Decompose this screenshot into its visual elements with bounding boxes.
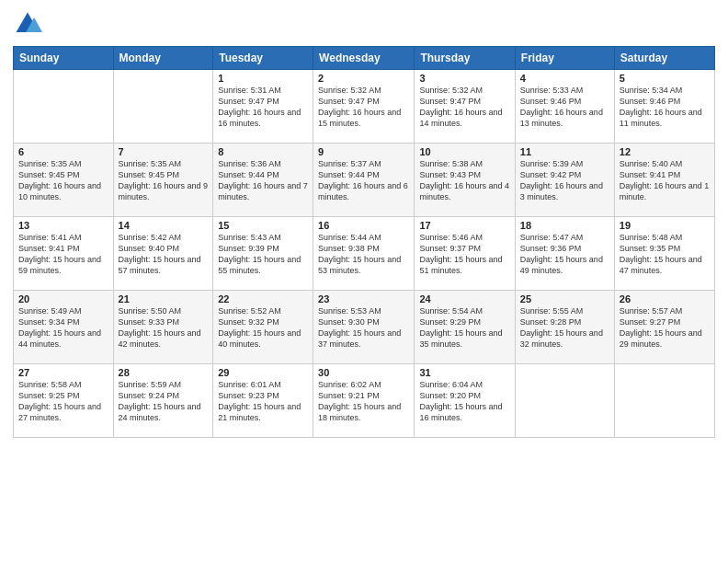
day-number: 12	[620, 146, 710, 157]
calendar-cell: 29Sunrise: 6:01 AM Sunset: 9:23 PM Dayli…	[213, 364, 313, 438]
week-row-2: 6Sunrise: 5:35 AM Sunset: 9:45 PM Daylig…	[14, 144, 715, 217]
week-row-3: 13Sunrise: 5:41 AM Sunset: 9:41 PM Dayli…	[14, 217, 715, 291]
calendar: SundayMondayTuesdayWednesdayThursdayFrid…	[13, 46, 715, 438]
day-info: Sunrise: 5:48 AM Sunset: 9:35 PM Dayligh…	[620, 232, 710, 277]
weekday-sunday: Sunday	[14, 47, 114, 70]
day-number: 5	[620, 73, 710, 84]
day-info: Sunrise: 5:39 AM Sunset: 9:42 PM Dayligh…	[520, 158, 609, 203]
day-number: 9	[318, 146, 409, 157]
day-info: Sunrise: 6:01 AM Sunset: 9:23 PM Dayligh…	[218, 379, 308, 424]
day-info: Sunrise: 5:34 AM Sunset: 9:46 PM Dayligh…	[620, 85, 710, 130]
day-info: Sunrise: 5:35 AM Sunset: 9:45 PM Dayligh…	[18, 158, 108, 203]
calendar-cell: 4Sunrise: 5:33 AM Sunset: 9:46 PM Daylig…	[515, 70, 614, 144]
calendar-cell: 27Sunrise: 5:58 AM Sunset: 9:25 PM Dayli…	[14, 364, 114, 438]
day-number: 30	[318, 367, 409, 378]
day-info: Sunrise: 5:55 AM Sunset: 9:28 PM Dayligh…	[520, 305, 609, 350]
day-number: 8	[218, 146, 308, 157]
calendar-cell	[113, 70, 213, 144]
day-number: 3	[419, 73, 509, 84]
day-info: Sunrise: 5:52 AM Sunset: 9:32 PM Dayligh…	[218, 305, 308, 350]
day-info: Sunrise: 5:37 AM Sunset: 9:44 PM Dayligh…	[318, 158, 409, 203]
day-number: 1	[218, 73, 308, 84]
calendar-cell: 9Sunrise: 5:37 AM Sunset: 9:44 PM Daylig…	[313, 144, 415, 217]
logo-icon	[13, 9, 42, 39]
weekday-monday: Monday	[113, 47, 213, 70]
day-info: Sunrise: 5:32 AM Sunset: 9:47 PM Dayligh…	[419, 85, 509, 130]
day-info: Sunrise: 5:35 AM Sunset: 9:45 PM Dayligh…	[119, 158, 209, 203]
calendar-cell: 6Sunrise: 5:35 AM Sunset: 9:45 PM Daylig…	[14, 144, 114, 217]
day-number: 21	[119, 293, 209, 304]
weekday-header-row: SundayMondayTuesdayWednesdayThursdayFrid…	[14, 47, 715, 70]
day-info: Sunrise: 5:49 AM Sunset: 9:34 PM Dayligh…	[18, 305, 108, 350]
day-number: 31	[419, 367, 509, 378]
day-number: 2	[318, 73, 409, 84]
calendar-cell: 8Sunrise: 5:36 AM Sunset: 9:44 PM Daylig…	[213, 144, 313, 217]
weekday-wednesday: Wednesday	[313, 47, 415, 70]
day-number: 15	[218, 220, 308, 231]
calendar-cell: 24Sunrise: 5:54 AM Sunset: 9:29 PM Dayli…	[415, 291, 515, 364]
day-info: Sunrise: 6:02 AM Sunset: 9:21 PM Dayligh…	[318, 379, 409, 424]
day-number: 13	[18, 220, 108, 231]
day-number: 19	[620, 220, 710, 231]
day-info: Sunrise: 5:31 AM Sunset: 9:47 PM Dayligh…	[218, 85, 308, 130]
day-number: 16	[318, 220, 409, 231]
day-number: 7	[119, 146, 209, 157]
calendar-cell: 14Sunrise: 5:42 AM Sunset: 9:40 PM Dayli…	[113, 217, 213, 291]
calendar-cell: 7Sunrise: 5:35 AM Sunset: 9:45 PM Daylig…	[113, 144, 213, 217]
week-row-1: 1Sunrise: 5:31 AM Sunset: 9:47 PM Daylig…	[14, 70, 715, 144]
day-number: 18	[520, 220, 609, 231]
calendar-cell: 10Sunrise: 5:38 AM Sunset: 9:43 PM Dayli…	[415, 144, 515, 217]
calendar-cell: 31Sunrise: 6:04 AM Sunset: 9:20 PM Dayli…	[415, 364, 515, 438]
day-info: Sunrise: 5:44 AM Sunset: 9:38 PM Dayligh…	[318, 232, 409, 277]
day-info: Sunrise: 5:50 AM Sunset: 9:33 PM Dayligh…	[119, 305, 209, 350]
calendar-cell: 11Sunrise: 5:39 AM Sunset: 9:42 PM Dayli…	[515, 144, 614, 217]
day-info: Sunrise: 5:41 AM Sunset: 9:41 PM Dayligh…	[18, 232, 108, 277]
day-info: Sunrise: 5:53 AM Sunset: 9:30 PM Dayligh…	[318, 305, 409, 350]
calendar-cell: 25Sunrise: 5:55 AM Sunset: 9:28 PM Dayli…	[515, 291, 614, 364]
calendar-cell: 23Sunrise: 5:53 AM Sunset: 9:30 PM Dayli…	[313, 291, 415, 364]
day-info: Sunrise: 6:04 AM Sunset: 9:20 PM Dayligh…	[419, 379, 509, 424]
calendar-cell: 17Sunrise: 5:46 AM Sunset: 9:37 PM Dayli…	[415, 217, 515, 291]
day-number: 24	[419, 293, 509, 304]
logo	[13, 9, 46, 39]
day-number: 28	[119, 367, 209, 378]
day-info: Sunrise: 5:32 AM Sunset: 9:47 PM Dayligh…	[318, 85, 409, 130]
calendar-cell: 30Sunrise: 6:02 AM Sunset: 9:21 PM Dayli…	[313, 364, 415, 438]
day-number: 20	[18, 293, 108, 304]
calendar-cell: 18Sunrise: 5:47 AM Sunset: 9:36 PM Dayli…	[515, 217, 614, 291]
day-number: 10	[419, 146, 509, 157]
calendar-cell: 5Sunrise: 5:34 AM Sunset: 9:46 PM Daylig…	[614, 70, 714, 144]
day-number: 17	[419, 220, 509, 231]
calendar-cell: 3Sunrise: 5:32 AM Sunset: 9:47 PM Daylig…	[415, 70, 515, 144]
day-info: Sunrise: 5:58 AM Sunset: 9:25 PM Dayligh…	[18, 379, 108, 424]
calendar-cell: 26Sunrise: 5:57 AM Sunset: 9:27 PM Dayli…	[614, 291, 714, 364]
calendar-cell: 15Sunrise: 5:43 AM Sunset: 9:39 PM Dayli…	[213, 217, 313, 291]
day-info: Sunrise: 5:36 AM Sunset: 9:44 PM Dayligh…	[218, 158, 308, 203]
calendar-cell: 2Sunrise: 5:32 AM Sunset: 9:47 PM Daylig…	[313, 70, 415, 144]
calendar-cell: 12Sunrise: 5:40 AM Sunset: 9:41 PM Dayli…	[614, 144, 714, 217]
calendar-cell	[515, 364, 614, 438]
day-info: Sunrise: 5:43 AM Sunset: 9:39 PM Dayligh…	[218, 232, 308, 277]
weekday-tuesday: Tuesday	[213, 47, 313, 70]
day-info: Sunrise: 5:33 AM Sunset: 9:46 PM Dayligh…	[520, 85, 609, 130]
week-row-5: 27Sunrise: 5:58 AM Sunset: 9:25 PM Dayli…	[14, 364, 715, 438]
calendar-cell: 20Sunrise: 5:49 AM Sunset: 9:34 PM Dayli…	[14, 291, 114, 364]
weekday-friday: Friday	[515, 47, 614, 70]
day-info: Sunrise: 5:42 AM Sunset: 9:40 PM Dayligh…	[119, 232, 209, 277]
day-number: 22	[218, 293, 308, 304]
day-info: Sunrise: 5:46 AM Sunset: 9:37 PM Dayligh…	[419, 232, 509, 277]
calendar-cell: 22Sunrise: 5:52 AM Sunset: 9:32 PM Dayli…	[213, 291, 313, 364]
day-info: Sunrise: 5:38 AM Sunset: 9:43 PM Dayligh…	[419, 158, 509, 203]
day-number: 4	[520, 73, 609, 84]
day-number: 29	[218, 367, 308, 378]
day-number: 6	[18, 146, 108, 157]
calendar-cell: 1Sunrise: 5:31 AM Sunset: 9:47 PM Daylig…	[213, 70, 313, 144]
calendar-cell: 28Sunrise: 5:59 AM Sunset: 9:24 PM Dayli…	[113, 364, 213, 438]
day-info: Sunrise: 5:47 AM Sunset: 9:36 PM Dayligh…	[520, 232, 609, 277]
day-number: 26	[620, 293, 710, 304]
day-number: 25	[520, 293, 609, 304]
calendar-cell: 16Sunrise: 5:44 AM Sunset: 9:38 PM Dayli…	[313, 217, 415, 291]
day-number: 11	[520, 146, 609, 157]
day-info: Sunrise: 5:54 AM Sunset: 9:29 PM Dayligh…	[419, 305, 509, 350]
calendar-cell	[14, 70, 114, 144]
